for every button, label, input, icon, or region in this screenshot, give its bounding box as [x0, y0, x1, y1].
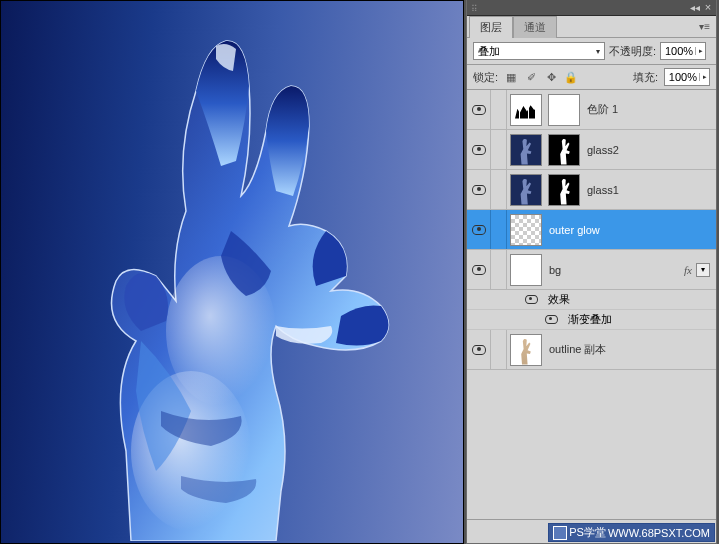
panel-menu-icon[interactable]: ▾≡ [699, 21, 710, 32]
visibility-toggle[interactable] [467, 90, 491, 129]
lock-all-icon[interactable]: 🔒 [564, 70, 578, 84]
eye-icon [472, 145, 486, 155]
blend-mode-select[interactable]: 叠加 ▾ [473, 42, 605, 60]
fx-toggle-icon[interactable]: ▾ [696, 263, 710, 277]
opacity-input[interactable]: ▸ [660, 42, 706, 60]
layer-row-selected[interactable]: outer glow [467, 210, 716, 250]
layer-row[interactable]: glass2 [467, 130, 716, 170]
watermark: PS学堂 WWW.68PSXT.COM [548, 523, 715, 542]
fx-effects-label: 效果 [548, 292, 570, 307]
collapse-icon[interactable]: ◂◂ [688, 0, 702, 14]
tab-layers[interactable]: 图层 [469, 16, 513, 38]
visibility-toggle[interactable] [467, 130, 491, 169]
layer-name[interactable]: glass2 [583, 144, 716, 156]
layer-row[interactable]: bg fx ▾ [467, 250, 716, 290]
eye-icon [472, 225, 486, 235]
close-icon[interactable]: × [702, 0, 714, 14]
link-cell[interactable] [491, 90, 507, 129]
link-cell[interactable] [491, 170, 507, 209]
layer-row[interactable]: 色阶 1 [467, 90, 716, 130]
lock-paint-icon[interactable]: ✐ [524, 70, 538, 84]
eye-icon[interactable] [545, 315, 558, 324]
layer-row[interactable]: glass1 [467, 170, 716, 210]
eye-icon [472, 105, 486, 115]
layer-thumb[interactable] [510, 174, 542, 206]
lock-label: 锁定: [473, 70, 498, 85]
layer-mask-thumb[interactable] [548, 174, 580, 206]
layer-name[interactable]: outline 副本 [545, 342, 716, 357]
lock-row: 锁定: ▦ ✐ ✥ 🔒 填充: ▸ [467, 65, 716, 90]
eye-icon [472, 345, 486, 355]
watermark-brand: PS学堂 [569, 525, 606, 540]
layer-name[interactable]: glass1 [583, 184, 716, 196]
visibility-toggle[interactable] [467, 210, 491, 249]
visibility-toggle[interactable] [467, 250, 491, 289]
eye-icon[interactable] [525, 295, 538, 304]
lock-position-icon[interactable]: ✥ [544, 70, 558, 84]
eye-icon [472, 185, 486, 195]
opacity-label: 不透明度: [609, 44, 656, 59]
tab-channels[interactable]: 通道 [513, 16, 557, 38]
link-cell[interactable] [491, 130, 507, 169]
layer-name[interactable]: outer glow [545, 224, 716, 236]
layer-thumb-levels[interactable] [510, 94, 542, 126]
layer-mask-thumb[interactable] [548, 134, 580, 166]
fx-indicator: fx [684, 264, 692, 276]
blend-mode-value: 叠加 [478, 44, 500, 59]
layer-thumb[interactable] [510, 134, 542, 166]
fill-input[interactable]: ▸ [664, 68, 710, 86]
visibility-toggle[interactable] [467, 170, 491, 209]
layer-mask-thumb[interactable] [548, 94, 580, 126]
document-canvas[interactable] [0, 0, 464, 544]
layer-name[interactable]: bg [545, 264, 684, 276]
layer-thumb[interactable] [510, 254, 542, 286]
panel-grip-icon[interactable]: ⠿ [471, 4, 479, 14]
link-cell[interactable] [491, 210, 507, 249]
fx-gradient-overlay-row[interactable]: 渐变叠加 [467, 310, 716, 330]
fill-label: 填充: [633, 70, 658, 85]
fill-value[interactable] [665, 71, 699, 83]
fill-arrow-icon[interactable]: ▸ [699, 73, 709, 81]
opacity-value[interactable] [661, 45, 695, 57]
layer-thumb[interactable] [510, 334, 542, 366]
fx-gradient-label: 渐变叠加 [568, 312, 612, 327]
fx-effects-row[interactable]: 效果 [467, 290, 716, 310]
watermark-url: WWW.68PSXT.COM [608, 527, 710, 539]
watermark-logo-icon [553, 526, 567, 540]
link-cell[interactable] [491, 330, 507, 369]
layers-list[interactable]: 色阶 1 glass2 glass1 outer glow bg [467, 90, 716, 506]
layer-name[interactable]: 色阶 1 [583, 102, 716, 117]
panel-tabs: 图层 通道 ▾≡ [467, 16, 716, 38]
artwork-hand [81, 31, 411, 541]
chevron-down-icon: ▾ [596, 47, 600, 56]
visibility-toggle[interactable] [467, 330, 491, 369]
link-cell[interactable] [491, 250, 507, 289]
blend-row: 叠加 ▾ 不透明度: ▸ [467, 38, 716, 65]
opacity-arrow-icon[interactable]: ▸ [695, 47, 705, 55]
layer-thumb[interactable] [510, 214, 542, 246]
panel-header: ⠿ ◂◂ × [467, 0, 716, 16]
layer-row[interactable]: outline 副本 [467, 330, 716, 370]
layers-panel: ⠿ ◂◂ × 图层 通道 ▾≡ 叠加 ▾ 不透明度: ▸ 锁定: ▦ ✐ ✥ 🔒… [466, 0, 717, 544]
lock-transparency-icon[interactable]: ▦ [504, 70, 518, 84]
eye-icon [472, 265, 486, 275]
